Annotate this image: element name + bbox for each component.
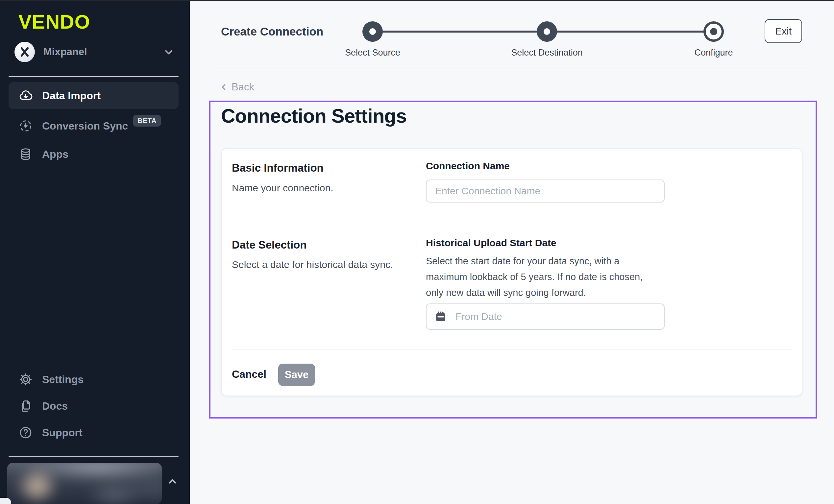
sidebar: VENDO Mixpanel — [0, 0, 190, 504]
step-select-destination-dot — [537, 21, 557, 42]
gear-icon — [18, 372, 33, 387]
sidebar-item-data-import[interactable]: Data Import — [8, 82, 179, 109]
exit-button[interactable]: Exit — [765, 19, 802, 43]
step-configure-dot — [703, 21, 724, 42]
back-label: Back — [232, 81, 254, 93]
chevron-left-icon — [220, 83, 228, 91]
basic-info-heading: Basic Information — [232, 162, 324, 174]
vendo-logo: VENDO — [18, 10, 90, 33]
basic-info-description: Name your connection. — [232, 182, 333, 194]
chevron-down-icon — [162, 46, 175, 60]
sidebar-divider — [8, 76, 179, 77]
save-button[interactable]: Save — [278, 364, 315, 386]
date-selection-description: Select a date for historical data sync. — [232, 259, 393, 270]
cloud-download-icon — [18, 88, 33, 103]
start-date-help-text: Select the start date for your data sync… — [426, 253, 659, 301]
date-selection-heading: Date Selection — [232, 239, 307, 251]
sidebar-item-docs[interactable]: Docs — [8, 393, 179, 419]
cancel-button[interactable]: Cancel — [232, 368, 266, 380]
connection-name-input[interactable] — [426, 179, 665, 202]
sidebar-item-support[interactable]: Support — [8, 419, 179, 446]
from-date-field — [426, 304, 665, 330]
page-title: Create Connection — [221, 25, 323, 38]
app-window: VENDO Mixpanel — [0, 0, 834, 504]
sidebar-divider — [8, 456, 179, 457]
workspace-name: Mixpanel — [43, 46, 87, 58]
docs-icon — [18, 398, 33, 414]
step-label-configure: Configure — [694, 48, 733, 58]
sync-frame-icon — [18, 118, 33, 133]
blurred-user-info — [7, 463, 162, 504]
database-icon — [18, 147, 33, 162]
section-divider — [232, 349, 793, 349]
workspace-switcher[interactable]: Mixpanel — [15, 42, 176, 62]
section-divider — [232, 218, 793, 218]
help-icon — [18, 425, 33, 440]
sidebar-item-label: Settings — [42, 373, 84, 386]
sidebar-item-label: Data Import — [42, 90, 101, 102]
connection-name-label: Connection Name — [426, 160, 510, 172]
sidebar-item-label: Support — [42, 427, 83, 439]
back-link[interactable]: Back — [220, 81, 254, 93]
settings-card: Basic Information Name your connection. … — [221, 148, 803, 396]
user-menu[interactable] — [7, 463, 162, 504]
mixpanel-logo-icon — [15, 42, 35, 62]
step-label-select-destination: Select Destination — [511, 48, 583, 58]
chevron-up-icon[interactable] — [166, 475, 179, 489]
window-top-edge — [0, 0, 834, 1]
connection-settings-title: Connection Settings — [221, 105, 407, 127]
header-divider — [211, 67, 813, 67]
sidebar-item-conversion-sync[interactable]: Conversion Sync BETA — [8, 112, 179, 139]
step-label-select-source: Select Source — [345, 48, 400, 58]
sidebar-item-apps[interactable]: Apps — [8, 141, 179, 168]
from-date-input[interactable] — [426, 304, 665, 330]
start-date-label: Historical Upload Start Date — [426, 237, 556, 248]
sidebar-item-settings[interactable]: Settings — [8, 366, 179, 393]
beta-badge: BETA — [133, 115, 161, 127]
step-select-source-dot — [363, 21, 383, 42]
sidebar-item-label: Docs — [42, 400, 68, 412]
sidebar-item-label: Conversion Sync — [42, 120, 128, 132]
sidebar-item-label: Apps — [42, 148, 68, 160]
